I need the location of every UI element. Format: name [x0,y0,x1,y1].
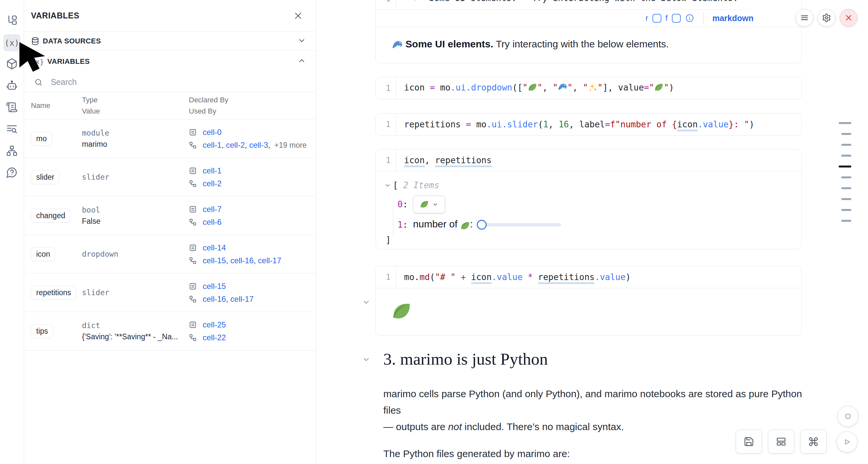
cell-link[interactable]: cell-16 [230,256,254,265]
cell-link[interactable]: cell-25 [203,320,226,329]
cell-link[interactable]: cell-14 [203,243,226,252]
code-line[interactable]: icon = mo.ui.dropdown(["", "", ""], valu… [396,83,674,94]
shutdown-button[interactable] [840,9,858,27]
search-input[interactable] [50,77,309,87]
interrupt-button[interactable] [837,406,859,427]
data-sources-section-header[interactable]: DATA SOURCES [24,32,316,51]
variable-name-badge: mo [31,132,52,146]
variables-panel: VARIABLES DATA SOURCES {x} VARIABLES Nam… [24,0,316,464]
help-icon [6,166,18,180]
cell-editor[interactable]: 1 icon = mo.ui.dropdown(["", "", ""], va… [376,78,802,99]
repetitions-slider[interactable] [478,223,561,226]
minimap-mark[interactable] [841,155,851,157]
cell-editor[interactable]: 1 repetitions = mo.ui.slider(1, 16, labe… [376,114,802,135]
tree-collapse-icon[interactable] [384,182,391,189]
column-declared-used: Declared ByUsed By [189,94,309,117]
sidebar-item-logs[interactable] [3,121,21,138]
sidebar-item-snippets[interactable] [3,99,21,117]
cell-link[interactable]: cell-16 [203,295,226,303]
variables-section-header[interactable]: {x} VARIABLES [24,51,316,72]
section-heading: 3. marimo is just Python [383,347,808,371]
interrupt-icon [843,411,853,421]
minimap-mark[interactable] [841,209,851,211]
markdown-mode-label[interactable]: markdown [712,13,753,23]
cell-link[interactable]: cell-0 [203,128,221,136]
cell-link[interactable]: cell-1 [203,141,221,149]
minimap-mark[interactable] [841,176,851,178]
slider-label: number of : [413,218,473,231]
minimap-mark[interactable] [841,187,851,189]
variables-table-header: Name TypeValue Declared ByUsed By [24,92,316,120]
data-sources-label: DATA SOURCES [43,37,298,45]
file-tree-icon [6,14,18,28]
cell-link[interactable]: cell-15 [203,282,226,290]
line-number: 1 [376,149,396,171]
used-by-icon [189,218,197,226]
declared-by-icon [189,282,197,290]
code-cell: 1 icon, repetitions [ 2 Items 0: 1: [375,149,802,249]
code-line[interactable]: mo.md("# " + icon.value * repetitions.va… [396,272,631,282]
minimap-mark[interactable] [841,133,851,135]
settings-button[interactable] [818,9,835,27]
chevron-up-icon [298,57,306,66]
cell-link[interactable]: cell-17 [230,295,254,303]
tree-guide-line [393,198,393,237]
shortcuts-button[interactable] [800,430,827,454]
wave-emoji [414,0,424,5]
cell-editor[interactable]: 1 mo.md("# " + icon.value * repetitions.… [376,266,802,288]
used-by-icon [189,141,197,149]
layout-button[interactable] [768,430,794,454]
variables-icon: (x) [4,38,19,48]
run-button[interactable] [836,431,858,453]
cell-link[interactable]: cell-17 [258,256,281,265]
code-line[interactable]: ** Some UI elements.** Try interacting w… [396,0,738,5]
sidebar-item-dependencies[interactable] [3,143,21,160]
info-icon[interactable] [685,13,694,23]
cell-link[interactable]: cell-3 [249,141,268,149]
table-row: repetitions slider cell-15 cell-16, cell… [24,274,316,312]
tuple-output: [ 2 Items 0: 1: number of : ] [376,171,802,249]
menu-icon [800,13,809,22]
sidebar-item-ai[interactable] [3,78,21,95]
f-checkbox[interactable] [672,14,681,23]
declared-by-icon [189,167,197,175]
save-icon [744,436,754,447]
code-cell: 1 mo.md("# " + icon.value * repetitions.… [375,266,802,336]
cell-link[interactable]: cell-6 [203,218,221,226]
r-checkbox[interactable] [652,14,661,23]
minimap-mark[interactable] [841,220,851,222]
table-row: icon dropdown cell-14 cell-15, cell-16, … [24,235,316,274]
cell-link[interactable]: cell-7 [203,205,221,214]
cell-link[interactable]: cell-22 [203,333,226,342]
cell-link[interactable]: cell-2 [226,141,245,149]
minimap-mark[interactable] [839,165,851,167]
markdown-cell-toolbar: r f markdown [376,9,802,27]
code-line[interactable]: repetitions = mo.ui.slider(1, 16, label=… [396,120,754,129]
search-icon [34,78,43,87]
cell-editor[interactable]: 1 icon, repetitions [376,149,802,171]
code-line[interactable]: icon, repetitions [396,155,492,165]
used-by-icon [189,295,197,303]
sidebar-item-help[interactable] [3,164,21,182]
close-panel-button[interactable] [293,11,303,21]
minimap-mark[interactable] [841,198,851,200]
column-name: Name [31,101,82,110]
cell-collapse-toggle[interactable] [362,298,371,308]
declared-by-icon [189,128,197,136]
cell-link[interactable]: cell-15 [203,256,226,265]
close-icon [293,11,303,21]
minimap-mark[interactable] [839,122,851,124]
sidebar-item-outline[interactable] [3,12,21,30]
run-icon [842,437,852,447]
save-button[interactable] [736,430,762,454]
menu-button[interactable] [796,9,813,27]
sparkles-emoji [588,83,597,94]
slider-thumb[interactable] [477,220,487,230]
variable-name-badge: repetitions [31,286,76,300]
minimap-mark[interactable] [841,144,851,146]
cell-link[interactable]: cell-2 [203,179,221,188]
icon-dropdown-select[interactable] [413,195,445,213]
cell-editor[interactable]: 1 ** Some UI elements.** Try interacting… [376,0,802,9]
cell-link[interactable]: cell-1 [203,166,221,175]
section-collapse-toggle[interactable] [362,355,371,365]
